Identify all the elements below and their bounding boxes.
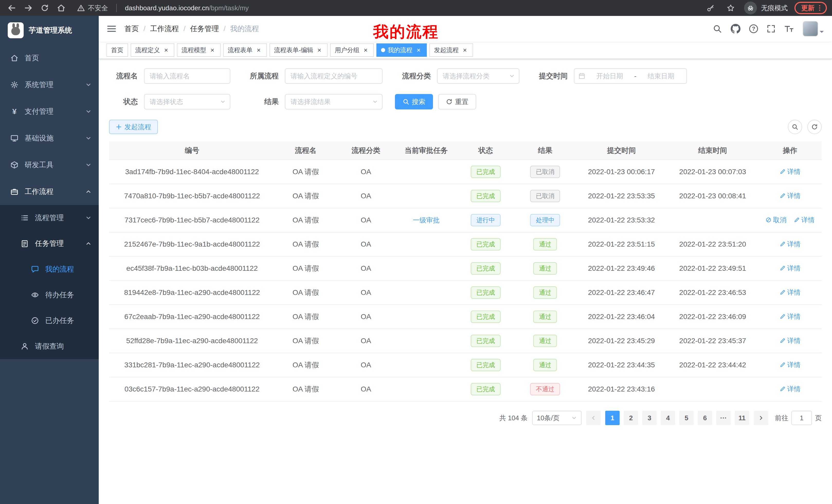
sidebar-item-system[interactable]: 系统管理	[0, 72, 99, 98]
view-tab[interactable]: 我的流程 ×	[376, 44, 427, 57]
detail-link[interactable]: 详情	[780, 264, 801, 273]
page-button[interactable]: 5	[679, 411, 694, 425]
sidebar-item-home[interactable]: 首页	[0, 45, 99, 72]
refresh-table-button[interactable]	[807, 120, 822, 134]
detail-link[interactable]: 详情	[780, 385, 801, 394]
tab-close-icon[interactable]: ×	[415, 47, 422, 54]
detail-link[interactable]: 详情	[780, 240, 801, 249]
sidebar-item-task-management[interactable]: 任务管理	[0, 231, 99, 256]
help-icon[interactable]: ?	[749, 24, 758, 33]
bookmark-star-icon[interactable]	[724, 1, 737, 15]
view-tab[interactable]: 流程表单-编辑 ×	[269, 44, 328, 57]
process-definition-input[interactable]	[285, 68, 383, 84]
table-row: 67c2eaab-7b9a-11ec-a290-acde48001122 OA …	[109, 305, 822, 329]
reload-icon[interactable]	[38, 1, 51, 15]
back-icon[interactable]	[5, 1, 19, 15]
view-tab[interactable]: 流程模型 ×	[177, 44, 220, 57]
page-size-select[interactable]: 10条/页	[532, 411, 581, 425]
breadcrumb-item[interactable]: 任务管理	[190, 24, 219, 34]
page-button[interactable]: 3	[642, 411, 657, 425]
next-page-button[interactable]	[754, 411, 768, 425]
font-size-icon[interactable]	[784, 24, 794, 33]
breadcrumb-item[interactable]: 工作流程	[150, 24, 179, 34]
tab-close-icon[interactable]: ×	[209, 47, 216, 54]
sidebar-item-payment[interactable]: ¥ 支付管理	[0, 98, 99, 125]
table-row: 7470a810-7b9b-11ec-b5b7-acde48001122 OA …	[109, 184, 822, 208]
view-tab[interactable]: 流程表单 ×	[223, 44, 267, 57]
home-icon[interactable]	[54, 1, 68, 15]
forward-icon[interactable]	[22, 1, 35, 15]
detail-link[interactable]: 详情	[780, 312, 801, 321]
refresh-icon	[446, 99, 452, 105]
chevron-up-icon	[85, 189, 92, 195]
breadcrumb-item[interactable]: 首页	[125, 24, 139, 34]
detail-link[interactable]: 详情	[780, 167, 801, 176]
edit-icon	[780, 313, 786, 319]
sidebar-item-done-tasks[interactable]: 已办任务	[0, 308, 99, 333]
page-button[interactable]: 2	[624, 411, 638, 425]
github-icon[interactable]	[731, 24, 740, 34]
sidebar-item-workflow[interactable]: 工作流程	[0, 178, 99, 205]
process-name-input[interactable]	[144, 68, 230, 84]
address-bar[interactable]: dashboard.yudao.iocoder.cn/bpm/task/my	[125, 4, 249, 12]
security-chip[interactable]: 不安全	[77, 4, 108, 12]
cell-current-task: 一级审批	[395, 208, 457, 232]
tab-label: 首页	[111, 46, 123, 54]
logo[interactable]: 芋道管理系统	[0, 16, 99, 45]
reset-button[interactable]: 重置	[438, 94, 476, 109]
key-icon[interactable]	[704, 1, 717, 15]
prev-page-button[interactable]	[586, 411, 601, 425]
search-label: 搜索	[412, 97, 425, 106]
tab-close-icon[interactable]: ×	[162, 47, 170, 54]
tab-close-icon[interactable]: ×	[461, 47, 468, 54]
page-button[interactable]: 1	[605, 411, 620, 425]
sidebar-item-todo-tasks[interactable]: 待办任务	[0, 282, 99, 308]
fullscreen-icon[interactable]	[767, 24, 775, 33]
page-button[interactable]: 11	[735, 411, 749, 425]
app-title: 芋道管理系统	[29, 25, 72, 35]
status-select[interactable]: 请选择状态	[144, 94, 230, 109]
current-task-link[interactable]: 一级审批	[413, 216, 440, 225]
person-icon	[21, 342, 29, 351]
result-select[interactable]: 请选择流结果	[285, 94, 383, 109]
filter-name-label: 流程名	[109, 71, 144, 81]
detail-link[interactable]: 详情	[794, 216, 815, 225]
view-tab[interactable]: 首页	[106, 44, 128, 57]
sidebar-item-my-process[interactable]: 我的流程	[0, 256, 99, 282]
cell-submit-time: 2022-01-22 23:53:32	[576, 208, 667, 232]
tab-close-icon[interactable]: ×	[255, 47, 262, 54]
date-range-picker[interactable]: 开始日期 - 结束日期	[574, 68, 687, 84]
view-tab[interactable]: 用户分组 ×	[330, 44, 374, 57]
search-icon[interactable]	[713, 24, 722, 33]
breadcrumb: 首页/ 工作流程/ 任务管理/ 我的流程	[125, 24, 259, 34]
search-button[interactable]: 搜索	[395, 94, 433, 109]
detail-link[interactable]: 详情	[780, 336, 801, 345]
cell-id: 3ad174fb-7b9d-11ec-8404-acde48001122	[109, 160, 275, 184]
annotation-title: 我的流程	[373, 22, 439, 43]
incognito-label: 无痕模式	[761, 4, 788, 12]
sidebar-item-process-management[interactable]: 流程管理	[0, 205, 99, 231]
page-button[interactable]: 4	[661, 411, 675, 425]
sidebar-item-leave-query[interactable]: 请假查询	[0, 333, 99, 359]
create-process-button[interactable]: 发起流程	[109, 120, 158, 134]
update-button[interactable]: 更新	[795, 2, 827, 14]
tab-close-icon[interactable]: ×	[362, 47, 369, 54]
detail-link[interactable]: 详情	[780, 288, 801, 297]
incognito-badge[interactable]: 无痕模式	[744, 2, 788, 15]
toggle-search-button[interactable]	[788, 120, 802, 134]
user-menu[interactable]	[803, 21, 824, 36]
tab-close-icon[interactable]: ×	[316, 47, 323, 54]
detail-link[interactable]: 详情	[780, 191, 801, 200]
detail-link[interactable]: 详情	[780, 360, 801, 369]
sidebar-item-infrastructure[interactable]: 基础设施	[0, 125, 99, 151]
cancel-link[interactable]: 取消	[765, 216, 786, 225]
page-button[interactable]: 6	[698, 411, 712, 425]
hamburger-icon[interactable]	[107, 25, 116, 33]
view-tab[interactable]: 流程定义 ×	[131, 44, 174, 57]
view-tab[interactable]: 发起流程 ×	[430, 44, 473, 57]
page-button[interactable]: ···	[716, 411, 731, 425]
goto-page-input[interactable]	[791, 411, 812, 425]
category-select[interactable]: 请选择流程分类	[437, 68, 519, 84]
sidebar-item-devtools[interactable]: 研发工具	[0, 151, 99, 178]
chat-bubble-icon	[31, 265, 39, 273]
